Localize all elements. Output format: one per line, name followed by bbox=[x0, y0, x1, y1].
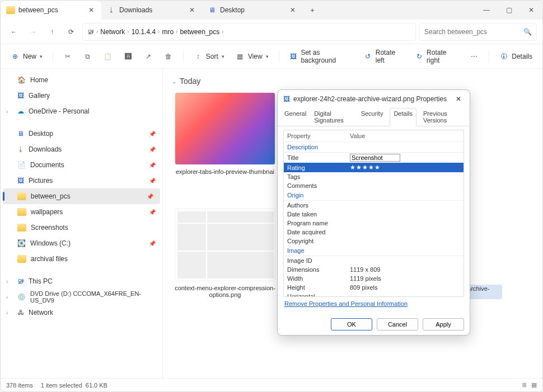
tab-desktop[interactable]: 🖥 Desktop ✕ bbox=[202, 1, 303, 20]
sidebar-label: Documents bbox=[30, 161, 64, 169]
crumb-mro[interactable]: mro bbox=[162, 28, 174, 36]
sort-button[interactable]: ↕Sort▾ bbox=[189, 48, 229, 65]
prop-width[interactable]: Width1119 pixels bbox=[284, 274, 464, 283]
search-box[interactable]: 🔍 bbox=[419, 23, 537, 41]
tab-downloads[interactable]: ⭳ Downloads ✕ bbox=[101, 1, 202, 20]
pin-icon[interactable]: 📌 bbox=[149, 240, 156, 247]
tab-previous-versions[interactable]: Previous Versions bbox=[422, 108, 464, 126]
sidebar-label: wallpapers bbox=[31, 208, 63, 216]
up-button[interactable]: ↑ bbox=[44, 24, 60, 40]
sidebar-item-between-pcs[interactable]: between_pcs📌 bbox=[3, 188, 160, 204]
breadcrumb[interactable]: 🖳 › Network › 10.1.4.4 › mro › between_p… bbox=[82, 23, 416, 41]
close-icon[interactable]: ✕ bbox=[188, 6, 196, 15]
tab-signatures[interactable]: Digital Signatures bbox=[313, 108, 354, 126]
prop-title[interactable]: Title bbox=[284, 153, 464, 163]
copy-button[interactable]: ⧉ bbox=[79, 48, 97, 65]
minimize-button[interactable]: — bbox=[475, 1, 498, 20]
share-button[interactable]: ↗ bbox=[139, 48, 157, 65]
pin-icon[interactable]: 📌 bbox=[149, 209, 156, 215]
maximize-button[interactable]: ▢ bbox=[498, 1, 520, 20]
sidebar-item-home[interactable]: 🏠Home bbox=[1, 72, 162, 88]
property-list[interactable]: Property Value Description Title Rating★… bbox=[283, 130, 464, 297]
chevron-right-icon[interactable]: › bbox=[6, 310, 8, 316]
rotate-left-button[interactable]: ↺Rotate left bbox=[359, 48, 408, 65]
image-file-icon: 🖼 bbox=[283, 95, 290, 103]
prop-date-taken[interactable]: Date taken bbox=[284, 210, 464, 219]
crumb-ip[interactable]: 10.1.4.4 bbox=[132, 28, 156, 36]
cancel-button[interactable]: Cancel bbox=[377, 318, 418, 330]
more-button[interactable]: ⋯ bbox=[465, 48, 483, 65]
details-pane-button[interactable]: 🛈Details bbox=[495, 48, 537, 65]
new-button[interactable]: ⊕New▾ bbox=[6, 48, 47, 65]
search-input[interactable] bbox=[424, 28, 523, 36]
close-dialog-button[interactable]: ✕ bbox=[453, 95, 464, 103]
rating-stars[interactable]: ★★★★★ bbox=[347, 163, 464, 172]
sidebar-item-documents[interactable]: 📄Documents📌 bbox=[1, 157, 162, 173]
chevron-right-icon[interactable]: › bbox=[6, 108, 8, 115]
rotate-right-button[interactable]: ↻Rotate right bbox=[410, 48, 463, 65]
sidebar-item-screenshots[interactable]: Screenshots bbox=[1, 220, 162, 235]
prop-dimensions[interactable]: Dimensions1119 x 809 bbox=[284, 265, 464, 274]
group-today[interactable]: ⌄Today bbox=[172, 77, 533, 86]
pin-icon[interactable]: 📌 bbox=[147, 193, 153, 200]
pin-icon[interactable]: 📌 bbox=[149, 178, 156, 184]
prop-comments[interactable]: Comments bbox=[284, 181, 464, 190]
sidebar-item-dvd[interactable]: ›💿DVD Drive (D:) CCCOMA_X64FRE_EN-US_DV9 bbox=[1, 289, 162, 305]
tab-between-pcs[interactable]: between_pcs ✕ bbox=[1, 1, 101, 20]
forward-button[interactable]: → bbox=[25, 24, 41, 40]
details-view-button[interactable]: ≣ bbox=[522, 381, 527, 389]
pin-icon[interactable]: 📌 bbox=[149, 147, 156, 153]
tab-general[interactable]: General bbox=[283, 108, 307, 126]
prop-date-acquired[interactable]: Date acquired bbox=[284, 228, 464, 237]
chevron-right-icon[interactable]: › bbox=[6, 278, 8, 285]
tab-security[interactable]: Security bbox=[360, 108, 385, 126]
back-button[interactable]: ← bbox=[6, 24, 22, 40]
close-window-button[interactable]: ✕ bbox=[520, 1, 542, 20]
sidebar-item-windows-c[interactable]: 💽Windows (C:)📌 bbox=[1, 235, 162, 251]
prop-tags[interactable]: Tags bbox=[284, 172, 464, 181]
ok-button[interactable]: OK bbox=[331, 318, 372, 330]
remove-properties-link[interactable]: Remove Properties and Personal Informati… bbox=[283, 297, 464, 310]
prop-copyright[interactable]: Copyright bbox=[284, 237, 464, 245]
sidebar-item-network[interactable]: ›🖧Network bbox=[1, 305, 162, 320]
sidebar-item-wallpapers[interactable]: wallpapers📌 bbox=[1, 204, 162, 220]
prop-image-id[interactable]: Image ID bbox=[284, 256, 464, 265]
sidebar-item-downloads[interactable]: ⭳Downloads📌 bbox=[1, 141, 162, 157]
file-item[interactable]: explorer-tabs-info-preview-thumbnai bbox=[172, 92, 278, 175]
thumbnails-view-button[interactable]: ▦ bbox=[531, 381, 537, 389]
apply-button[interactable]: Apply bbox=[423, 318, 464, 330]
set-background-button[interactable]: 🖼Set as background bbox=[285, 48, 357, 65]
sidebar-item-desktop[interactable]: 🖥Desktop📌 bbox=[1, 126, 162, 141]
prop-rating[interactable]: Rating★★★★★ bbox=[284, 163, 464, 172]
crumb-between[interactable]: between_pcs bbox=[180, 28, 219, 36]
sidebar-item-pictures[interactable]: 🖼Pictures📌 bbox=[1, 173, 162, 188]
sidebar-item-onedrive[interactable]: ›☁OneDrive - Personal bbox=[1, 103, 162, 119]
more-icon: ⋯ bbox=[470, 52, 479, 61]
prop-authors[interactable]: Authors bbox=[284, 201, 464, 210]
cut-button[interactable]: ✂ bbox=[59, 48, 77, 65]
new-tab-button[interactable]: ＋ bbox=[303, 1, 322, 20]
chevron-right-icon[interactable]: › bbox=[6, 294, 8, 300]
pin-icon[interactable]: 📌 bbox=[149, 131, 156, 137]
sidebar-item-this-pc[interactable]: ›🖳This PC bbox=[1, 273, 162, 289]
close-icon[interactable]: ✕ bbox=[87, 6, 96, 15]
dialog-titlebar[interactable]: 🖼 explorer-24h2-create-archive-wizard.pn… bbox=[278, 90, 470, 108]
sidebar-label: OneDrive - Personal bbox=[29, 107, 90, 115]
delete-button[interactable]: 🗑 bbox=[160, 48, 177, 65]
prop-height[interactable]: Height809 pixels bbox=[284, 283, 464, 292]
crumb-network[interactable]: Network bbox=[100, 28, 125, 36]
sidebar-item-gallery[interactable]: 🖼Gallery bbox=[1, 88, 162, 103]
pin-icon[interactable]: 📌 bbox=[149, 162, 156, 168]
prop-program[interactable]: Program name bbox=[284, 219, 464, 228]
view-button[interactable]: ▦View▾ bbox=[231, 48, 273, 65]
prop-hres[interactable]: Horizontal resolution96 dpi bbox=[284, 292, 464, 297]
sidebar-item-archival[interactable]: archival files bbox=[1, 251, 162, 267]
tab-details[interactable]: Details bbox=[390, 108, 416, 126]
title-input[interactable] bbox=[350, 154, 400, 162]
sidebar-label: This PC bbox=[29, 277, 53, 285]
rename-button[interactable]: 🅰 bbox=[119, 48, 137, 65]
refresh-button[interactable]: ⟳ bbox=[63, 24, 79, 40]
paste-button[interactable]: 📋 bbox=[99, 48, 117, 65]
file-item[interactable]: context-menu-explorer-compression-option… bbox=[172, 209, 278, 299]
close-icon[interactable]: ✕ bbox=[288, 6, 297, 15]
